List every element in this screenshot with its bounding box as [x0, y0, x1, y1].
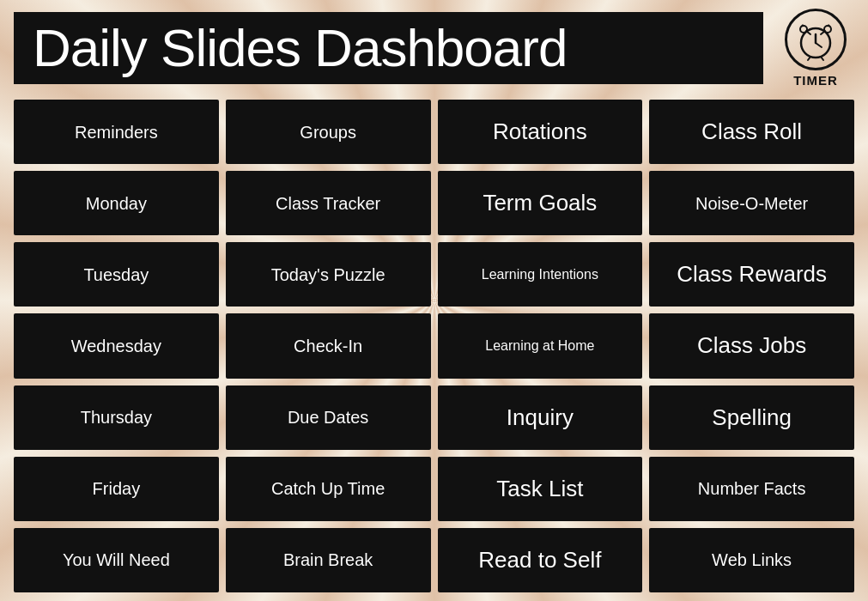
cell-label-spelling: Spelling: [712, 404, 792, 431]
cell-label-check-in: Check-In: [294, 336, 362, 356]
cell-label-reminders: Reminders: [75, 122, 158, 143]
cell-check-in[interactable]: Check-In: [226, 313, 431, 378]
title-box: Daily Slides Dashboard: [14, 12, 763, 84]
cell-label-noise-o-meter: Noise-O-Meter: [695, 193, 808, 214]
cell-learning-intentions[interactable]: Learning Intentions: [438, 242, 643, 307]
cell-label-you-will-need: You Will Need: [63, 549, 170, 570]
cell-label-thursday: Thursday: [81, 407, 152, 428]
cell-label-monday: Monday: [86, 193, 147, 214]
cell-noise-o-meter[interactable]: Noise-O-Meter: [649, 171, 854, 235]
cell-label-due-dates: Due Dates: [288, 407, 369, 428]
cell-label-catch-up-time: Catch Up Time: [271, 478, 385, 499]
cell-label-term-goals: Term Goals: [483, 190, 597, 216]
dashboard-grid: RemindersGroupsRotationsClass RollMonday…: [14, 100, 854, 592]
cell-label-rotations: Rotations: [493, 118, 587, 145]
cell-thursday[interactable]: Thursday: [14, 385, 219, 450]
cell-read-to-self[interactable]: Read to Self: [438, 528, 643, 592]
svg-line-2: [816, 43, 822, 47]
cell-label-class-jobs: Class Jobs: [697, 332, 806, 359]
cell-rotations[interactable]: Rotations: [438, 100, 643, 164]
cell-class-jobs[interactable]: Class Jobs: [649, 313, 854, 378]
cell-catch-up-time[interactable]: Catch Up Time: [226, 457, 431, 521]
page-title: Daily Slides Dashboard: [33, 18, 567, 77]
cell-reminders[interactable]: Reminders: [14, 100, 219, 164]
timer-circle: [785, 9, 847, 70]
cell-groups[interactable]: Groups: [226, 100, 431, 164]
cell-label-read-to-self: Read to Self: [478, 547, 601, 574]
cell-label-todays-puzzle: Today's Puzzle: [271, 264, 385, 285]
svg-line-7: [808, 57, 810, 60]
cell-inquiry[interactable]: Inquiry: [438, 385, 643, 450]
cell-tuesday[interactable]: Tuesday: [14, 242, 219, 307]
cell-label-class-tracker: Class Tracker: [276, 193, 380, 214]
cell-label-web-links: Web Links: [712, 549, 792, 570]
cell-class-rewards[interactable]: Class Rewards: [649, 242, 854, 307]
cell-label-groups: Groups: [300, 122, 356, 143]
cell-label-number-facts: Number Facts: [698, 478, 806, 499]
timer-label: TIMER: [793, 73, 838, 88]
cell-due-dates[interactable]: Due Dates: [226, 385, 431, 450]
cell-label-brain-break: Brain Break: [283, 549, 373, 570]
cell-label-tuesday: Tuesday: [83, 264, 149, 285]
cell-learning-at-home[interactable]: Learning at Home: [438, 313, 643, 378]
timer-button[interactable]: TIMER: [777, 9, 854, 88]
cell-label-learning-at-home: Learning at Home: [485, 337, 594, 354]
svg-line-8: [821, 57, 823, 60]
cell-todays-puzzle[interactable]: Today's Puzzle: [226, 242, 431, 307]
cell-label-friday: Friday: [93, 478, 141, 499]
cell-web-links[interactable]: Web Links: [649, 528, 854, 592]
cell-label-task-list: Task List: [496, 476, 583, 502]
header: Daily Slides Dashboard: [14, 9, 854, 88]
cell-wednesday[interactable]: Wednesday: [14, 313, 219, 378]
timer-icon: [793, 17, 838, 62]
cell-task-list[interactable]: Task List: [438, 457, 643, 521]
cell-brain-break[interactable]: Brain Break: [226, 528, 431, 592]
cell-label-class-roll: Class Roll: [701, 118, 802, 145]
cell-number-facts[interactable]: Number Facts: [649, 457, 854, 521]
cell-label-class-rewards: Class Rewards: [677, 261, 827, 288]
cell-friday[interactable]: Friday: [14, 457, 219, 521]
cell-class-roll[interactable]: Class Roll: [649, 100, 854, 164]
cell-class-tracker[interactable]: Class Tracker: [226, 171, 431, 235]
cell-label-inquiry: Inquiry: [507, 404, 574, 431]
cell-spelling[interactable]: Spelling: [649, 385, 854, 450]
cell-label-learning-intentions: Learning Intentions: [482, 266, 598, 282]
cell-term-goals[interactable]: Term Goals: [438, 171, 643, 235]
cell-you-will-need[interactable]: You Will Need: [14, 528, 219, 592]
cell-label-wednesday: Wednesday: [71, 336, 161, 356]
cell-monday[interactable]: Monday: [14, 171, 219, 235]
